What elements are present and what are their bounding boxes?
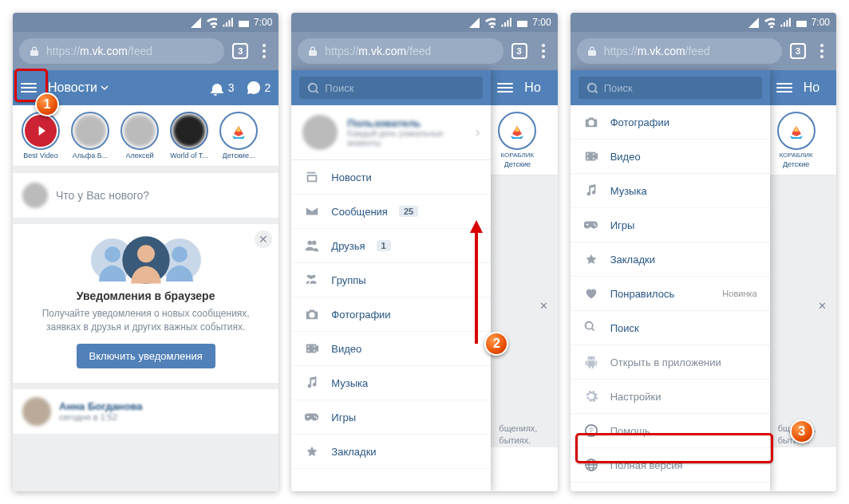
card-illustration <box>26 238 266 282</box>
menu-item-like[interactable]: ПонравилосьНовинка <box>571 277 770 311</box>
compose-placeholder: Что у Вас нового? <box>56 189 149 202</box>
menu-item-gear[interactable]: Настройки <box>571 380 770 414</box>
wifi-icon <box>764 17 775 28</box>
menu-item-search[interactable]: Поиск <box>571 311 770 345</box>
chevron-down-icon <box>101 84 109 92</box>
hamburger-button[interactable] <box>21 83 37 93</box>
story-item[interactable]: Best Video <box>18 112 64 159</box>
browser-toolbar: https://m.vk.com/feed 3 <box>571 32 836 70</box>
battery-icon <box>796 17 807 28</box>
card-title: Уведомления в браузере <box>26 289 266 302</box>
avatar <box>302 115 338 150</box>
clock: 7:00 <box>532 17 551 28</box>
chat-icon <box>246 80 262 96</box>
feed-body: Best Video Альфа Б... Алексей World of T… <box>13 105 278 491</box>
search-box[interactable]: Поиск <box>299 77 483 99</box>
url-bar[interactable]: https://m.vk.com/feed <box>577 38 782 64</box>
annotation-marker-3: 3 <box>790 419 814 443</box>
menu-item-photo[interactable]: Фотографии <box>291 297 491 332</box>
menu-item-bookmark[interactable]: Закладки <box>571 242 770 277</box>
menu-item-help[interactable]: Помощь <box>571 414 770 448</box>
menu-item-news[interactable]: Новости <box>291 160 491 195</box>
notifications-button[interactable]: 3 <box>209 80 235 96</box>
story-item[interactable]: Алексей <box>116 112 163 159</box>
url-bar[interactable]: https://m.vk.com/feed <box>298 38 503 64</box>
side-menu: Поиск Пользователь Каждый день уникальны… <box>291 70 491 491</box>
lock-icon <box>586 45 598 57</box>
background-page: Но КОРАБЛИКДетские ✕ бщениях,бытиях. <box>491 70 557 491</box>
android-statusbar: 7:00 <box>13 13 278 32</box>
menu-item-games[interactable]: Игры <box>571 208 770 242</box>
hamburger-button[interactable] <box>776 83 792 93</box>
browser-menu-button[interactable] <box>256 44 272 58</box>
side-menu: Поиск ФотографииВидеоМузыкаИгрыЗакладкиП… <box>571 70 770 491</box>
search-box[interactable]: Поиск <box>579 77 762 99</box>
post-time: сегодня в 1:52 <box>59 412 142 422</box>
story-item[interactable]: КОРАБЛИКДетские <box>773 112 819 168</box>
menu-item-globe[interactable]: Полная версия <box>571 448 770 482</box>
menu-item-games[interactable]: Игры <box>291 400 491 435</box>
wifi-icon <box>484 17 496 28</box>
battery-icon <box>516 17 527 28</box>
tri-icon <box>748 17 759 28</box>
browser-toolbar: https://m.vk.com/feed 3 <box>291 32 557 70</box>
url-path: /feed <box>128 45 152 57</box>
hamburger-button[interactable] <box>497 83 513 93</box>
close-button[interactable]: ✕ <box>535 297 553 314</box>
menu-item-android[interactable]: Открыть в приложении <box>571 345 770 380</box>
tabs-button[interactable]: 3 <box>511 43 527 59</box>
menu-item-music[interactable]: Музыка <box>291 366 491 400</box>
close-button[interactable]: ✕ <box>814 297 831 314</box>
avatar <box>22 183 48 208</box>
close-button[interactable]: ✕ <box>255 230 272 248</box>
story-item[interactable]: Детские... <box>215 112 262 159</box>
post-author: Анна Богданова <box>59 400 142 412</box>
search-placeholder: Поиск <box>325 82 353 94</box>
browser-menu-button[interactable] <box>535 44 551 58</box>
profile-row[interactable]: Пользователь Каждый день уникальные моме… <box>291 105 491 160</box>
url-host: m.vk.com <box>80 45 128 57</box>
lock-icon <box>307 45 318 57</box>
android-statusbar: 7:00 <box>291 13 557 32</box>
url-bar[interactable]: https://m.vk.com/feed <box>19 38 224 64</box>
header-title[interactable]: Новости <box>48 81 109 95</box>
menu-item-bookmark[interactable]: Закладки <box>291 435 491 469</box>
tabs-button[interactable]: 3 <box>232 43 248 59</box>
header-title-text: Но <box>804 81 819 95</box>
browser-menu-button[interactable] <box>814 44 830 58</box>
menu-item-friends[interactable]: Друзья1 <box>291 229 491 263</box>
phone-2: 7:00 https://m.vk.com/feed 3 Но КОРАБЛИК… <box>291 13 557 491</box>
feed-post[interactable]: Анна Богданова сегодня в 1:52 <box>13 389 278 434</box>
notif-count: 3 <box>228 81 235 94</box>
menu-item-groups[interactable]: Группы <box>291 263 491 297</box>
story-item[interactable]: World of T... <box>166 112 212 159</box>
card-desc: Получайте уведомления о новых сообщениях… <box>26 307 266 334</box>
messages-button[interactable]: 2 <box>246 80 271 96</box>
chevron-right-icon: › <box>476 125 480 140</box>
annotation-arrow <box>467 220 486 348</box>
story-item[interactable]: Альфа Б... <box>67 112 113 159</box>
menu-item-mail[interactable]: Сообщения25 <box>291 195 491 229</box>
menu-item-photo[interactable]: Фотографии <box>571 105 770 140</box>
annotation-marker-1: 1 <box>35 93 59 116</box>
msg-count: 2 <box>265 81 271 94</box>
tri-icon <box>468 17 480 28</box>
battery-icon <box>238 17 249 28</box>
story-item[interactable]: КОРАБЛИКДетские <box>494 112 540 168</box>
menu-item-video[interactable]: Видео <box>571 140 770 174</box>
menu-item-music[interactable]: Музыка <box>571 174 770 208</box>
menu-item-video[interactable]: Видео <box>291 332 491 366</box>
menu-list: ФотографииВидеоМузыкаИгрыЗакладкиПонрави… <box>571 105 770 491</box>
enable-notifications-button[interactable]: Включить уведомления <box>77 344 215 368</box>
signal-icon <box>780 17 791 28</box>
menu-item-power[interactable]: Выход <box>571 482 770 491</box>
wifi-icon <box>206 17 217 28</box>
url-scheme: https:// <box>46 45 80 57</box>
lock-icon <box>29 45 40 57</box>
menu-list: НовостиСообщения25Друзья1ГруппыФотографи… <box>291 160 491 491</box>
compose-box[interactable]: Что у Вас нового? <box>13 173 278 218</box>
phone-1: 7:00 https://m.vk.com/feed 3 Новости 3 2… <box>13 13 278 491</box>
browser-toolbar: https://m.vk.com/feed 3 <box>13 32 278 70</box>
tabs-button[interactable]: 3 <box>790 43 806 59</box>
tri-icon <box>190 17 201 28</box>
